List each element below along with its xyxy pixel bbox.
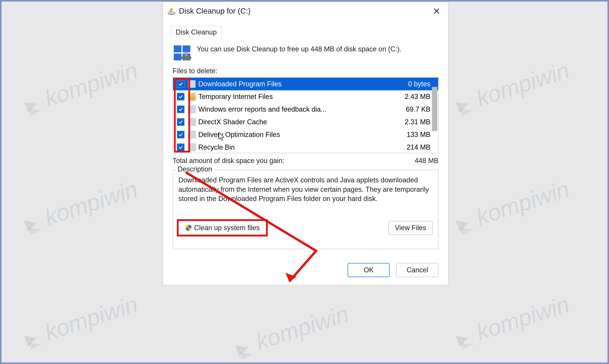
file-name: DirectX Shader Cache <box>198 118 405 126</box>
file-size: 214 MB <box>407 143 430 151</box>
folder-icon <box>188 80 196 88</box>
svg-marker-5 <box>29 339 42 350</box>
uac-shield-icon <box>185 224 192 232</box>
file-size: 69.7 KB <box>406 105 430 113</box>
checkbox[interactable] <box>177 143 184 151</box>
svg-marker-4 <box>24 332 39 347</box>
checkbox[interactable] <box>177 118 184 126</box>
description-text: Downloaded Program Files are ActiveX con… <box>178 175 433 204</box>
file-name: Delivery Optimization Files <box>198 130 407 139</box>
info-text: You can use Disk Cleanup to free up 448 … <box>197 44 402 62</box>
titlebar: Disk Cleanup for (C:) <box>163 2 448 20</box>
file-size: 2.31 MB <box>405 118 430 126</box>
file-row-directx-shader-cache[interactable]: DirectX Shader Cache 2.31 MB <box>173 116 438 128</box>
svg-marker-11 <box>240 349 253 360</box>
svg-marker-15 <box>460 224 473 235</box>
total-value: 448 MB <box>415 157 439 165</box>
checkbox[interactable] <box>177 105 184 113</box>
svg-marker-2 <box>24 217 39 232</box>
recycle-bin-icon <box>188 143 196 151</box>
file-name: Temporary Internet Files <box>198 93 405 101</box>
svg-marker-14 <box>456 217 470 232</box>
svg-marker-16 <box>456 332 470 347</box>
button-label: Clean up system files <box>194 224 260 232</box>
tab-bar: Disk Cleanup <box>163 20 448 39</box>
file-size: 133 MB <box>407 130 430 139</box>
view-files-button[interactable]: View Files <box>389 221 433 235</box>
folder-icon <box>188 131 196 139</box>
button-label: Cancel <box>407 266 428 274</box>
clean-up-system-files-button[interactable]: Clean up system files <box>178 221 266 235</box>
file-name: Downloaded Program Files <box>198 80 408 88</box>
ok-button[interactable]: OK <box>348 263 390 277</box>
tab-disk-cleanup[interactable]: Disk Cleanup <box>171 26 222 39</box>
description-group: Description Downloaded Program Files are… <box>173 170 439 249</box>
svg-marker-17 <box>460 339 473 350</box>
checkbox[interactable] <box>177 131 184 139</box>
svg-rect-22 <box>183 45 190 52</box>
close-button[interactable] <box>429 3 444 19</box>
dialog-content: You can use Disk Cleanup to free up 448 … <box>163 39 448 257</box>
description-title: Description <box>176 165 214 173</box>
svg-rect-23 <box>174 53 181 60</box>
file-size: 2.43 MB <box>405 93 430 101</box>
cancel-button[interactable]: Cancel <box>396 263 439 277</box>
file-row-delivery-optimization-files[interactable]: Delivery Optimization Files 133 MB <box>173 128 438 141</box>
file-row-windows-error-reports[interactable]: Windows error reports and feedback dia..… <box>173 103 438 116</box>
lock-icon <box>188 93 196 101</box>
window-title: Disk Cleanup for (C:) <box>179 7 429 15</box>
file-size: 0 bytes <box>408 80 430 88</box>
total-space-row: Total amount of disk space you gain: 448… <box>173 157 439 165</box>
file-list[interactable]: Downloaded Program Files 0 bytes Tempora… <box>173 77 439 153</box>
total-label: Total amount of disk space you gain: <box>173 157 284 165</box>
disk-cleanup-dialog: Disk Cleanup for (C:) Disk Cleanup <box>163 1 448 285</box>
folder-icon <box>188 118 196 126</box>
info-row: You can use Disk Cleanup to free up 448 … <box>173 44 439 62</box>
file-list-wrapper: Downloaded Program Files 0 bytes Tempora… <box>173 77 439 153</box>
scrollbar-thumb[interactable] <box>432 87 437 131</box>
svg-marker-0 <box>24 98 39 113</box>
svg-marker-12 <box>456 98 470 113</box>
drive-cleanup-info-icon <box>173 44 192 62</box>
file-row-temporary-internet-files[interactable]: Temporary Internet Files 2.43 MB <box>173 90 438 103</box>
button-label: View Files <box>395 224 426 232</box>
files-to-delete-label: Files to delete: <box>173 67 439 75</box>
outer-frame: kompiwin kompiwin kompiwin kompiwin komp… <box>0 0 609 364</box>
folder-icon <box>188 105 196 113</box>
file-name: Recycle Bin <box>198 143 407 151</box>
button-label: OK <box>364 266 374 274</box>
svg-marker-10 <box>235 342 250 357</box>
file-row-recycle-bin[interactable]: Recycle Bin 214 MB <box>173 141 438 153</box>
svg-rect-21 <box>174 45 181 52</box>
file-name: Windows error reports and feedback dia..… <box>198 105 406 113</box>
checkbox[interactable] <box>177 93 184 101</box>
svg-marker-13 <box>460 105 473 116</box>
dialog-footer: OK Cancel <box>163 257 448 285</box>
description-buttons: Clean up system files View Files <box>178 221 433 235</box>
svg-marker-3 <box>29 224 42 235</box>
file-row-downloaded-program-files[interactable]: Downloaded Program Files 0 bytes <box>173 78 438 90</box>
checkbox[interactable] <box>177 80 184 88</box>
svg-marker-1 <box>29 105 42 116</box>
disk-cleanup-icon <box>167 7 176 16</box>
